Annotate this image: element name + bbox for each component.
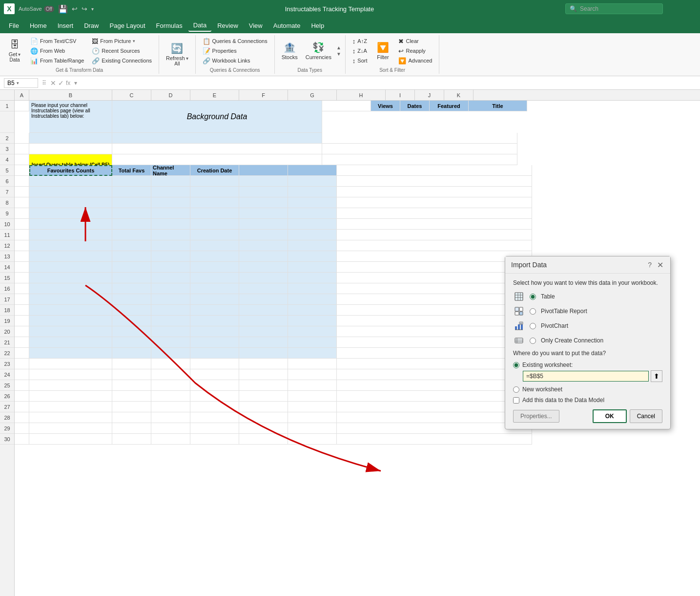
cell-g6[interactable] (288, 176, 337, 187)
cell-f10[interactable] (239, 219, 288, 230)
cell-d23[interactable] (151, 359, 190, 369)
cell-b13[interactable] (29, 251, 112, 262)
cell-e24[interactable] (190, 369, 239, 380)
cell-f24[interactable] (239, 369, 288, 380)
cell-g13[interactable] (288, 251, 337, 262)
cell-d22[interactable] (151, 348, 190, 359)
cell-b10[interactable] (29, 219, 112, 230)
cell-g18[interactable] (288, 305, 337, 316)
cell-l1-title[interactable]: Title (469, 101, 527, 111)
quick-access-dropdown[interactable]: ▾ (91, 6, 94, 12)
cell-c13[interactable] (112, 251, 151, 262)
cell-h25[interactable] (337, 380, 532, 391)
cell-d10[interactable] (151, 219, 190, 230)
cell-g27[interactable] (288, 402, 337, 412)
cell-a24[interactable] (15, 369, 29, 380)
cell-g7[interactable] (288, 187, 337, 197)
cell-a14[interactable] (15, 262, 29, 273)
col-header-a[interactable]: A (15, 90, 29, 101)
col-header-d[interactable]: D (151, 90, 190, 101)
col-header-f[interactable]: F (239, 90, 288, 101)
cell-c3[interactable] (112, 144, 322, 154)
cell-d5[interactable]: Channel Name (151, 165, 190, 176)
cell-c7[interactable] (112, 187, 151, 197)
data-model-checkbox[interactable] (513, 397, 519, 404)
properties-button[interactable]: 📝 Properties (200, 46, 270, 56)
cell-f20[interactable] (239, 326, 288, 337)
cell-g20[interactable] (288, 326, 337, 337)
cell-h2[interactable] (322, 133, 517, 144)
cell-e15[interactable] (190, 273, 239, 283)
cell-h17[interactable] (337, 294, 532, 305)
cell-f29[interactable] (239, 423, 288, 434)
dialog-close-button[interactable]: ✕ (656, 260, 664, 269)
cell-a6[interactable] (15, 176, 29, 187)
cell-f8[interactable] (239, 197, 288, 208)
cell-e25[interactable] (190, 380, 239, 391)
cell-a25[interactable] (15, 380, 29, 391)
cell-a23[interactable] (15, 359, 29, 369)
col-header-c[interactable]: C (112, 90, 151, 101)
autosave-toggle[interactable]: Off (44, 6, 54, 12)
cell-f14[interactable] (239, 262, 288, 273)
cell-e10[interactable] (190, 219, 239, 230)
cell-b6[interactable] (29, 176, 112, 187)
cell-g11[interactable] (288, 230, 337, 240)
cell-g25[interactable] (288, 380, 337, 391)
cell-d8[interactable] (151, 197, 190, 208)
cell-d27[interactable] (151, 402, 190, 412)
cell-f5[interactable] (239, 165, 288, 176)
cell-h28[interactable] (337, 412, 532, 423)
cell-f21[interactable] (239, 337, 288, 348)
menu-home[interactable]: Home (25, 20, 52, 31)
workbook-links-button[interactable]: 🔗 Workbook Links (200, 56, 270, 65)
cell-e30[interactable] (190, 434, 239, 445)
cell-e13[interactable] (190, 251, 239, 262)
menu-automate[interactable]: Automate (268, 20, 306, 31)
cell-e9[interactable] (190, 208, 239, 219)
new-ws-radio[interactable] (513, 386, 519, 393)
cell-a15[interactable] (15, 273, 29, 283)
dt-down-arrow[interactable]: ▼ (336, 51, 341, 57)
cell-a7[interactable] (15, 187, 29, 197)
cell-f23[interactable] (239, 359, 288, 369)
cell-c16[interactable] (112, 283, 151, 294)
cell-e11[interactable] (190, 230, 239, 240)
cell-h6[interactable] (337, 176, 532, 187)
cell-b30[interactable] (29, 434, 112, 445)
cell-d29[interactable] (151, 423, 190, 434)
cell-g28[interactable] (288, 412, 337, 423)
expand-formula-icon[interactable]: fx (66, 80, 70, 86)
cell-h22[interactable] (337, 348, 532, 359)
cell-d18[interactable] (151, 305, 190, 316)
cell-f13[interactable] (239, 251, 288, 262)
cell-ref-select-button[interactable]: ⬆ (651, 370, 662, 382)
cell-c19[interactable] (112, 316, 151, 326)
cell-e21[interactable] (190, 337, 239, 348)
cell-c29[interactable] (112, 423, 151, 434)
cell-a17[interactable] (15, 294, 29, 305)
pivottable-radio[interactable] (530, 308, 536, 315)
cell-f25[interactable] (239, 380, 288, 391)
queries-connections-button[interactable]: 📋 Queries & Connections (200, 37, 270, 46)
cell-h27[interactable] (337, 402, 532, 412)
cell-d13[interactable] (151, 251, 190, 262)
connection-only-radio[interactable] (530, 338, 536, 344)
col-header-i[interactable]: I (386, 90, 415, 101)
properties-dialog-button[interactable]: Properties... (513, 410, 559, 423)
existing-ws-radio[interactable] (513, 362, 519, 368)
cell-g21[interactable] (288, 337, 337, 348)
cell-c26[interactable] (112, 391, 151, 402)
cell-g9[interactable] (288, 208, 337, 219)
sort-button[interactable]: ↕ Sort (350, 56, 371, 65)
get-data-button[interactable]: 🗄 Get▾ Data (4, 38, 25, 64)
cell-e5[interactable]: Creation Date (190, 165, 239, 176)
cell-e8[interactable] (190, 197, 239, 208)
pivotchart-radio[interactable] (530, 323, 536, 329)
cell-d9[interactable] (151, 208, 190, 219)
from-web-button[interactable]: 🌐 From Web (27, 46, 87, 56)
cell-b23[interactable] (29, 359, 112, 369)
cell-h30[interactable] (337, 434, 532, 445)
cell-h7[interactable] (337, 187, 532, 197)
cell-c1-merged[interactable]: Background Data (112, 101, 322, 133)
